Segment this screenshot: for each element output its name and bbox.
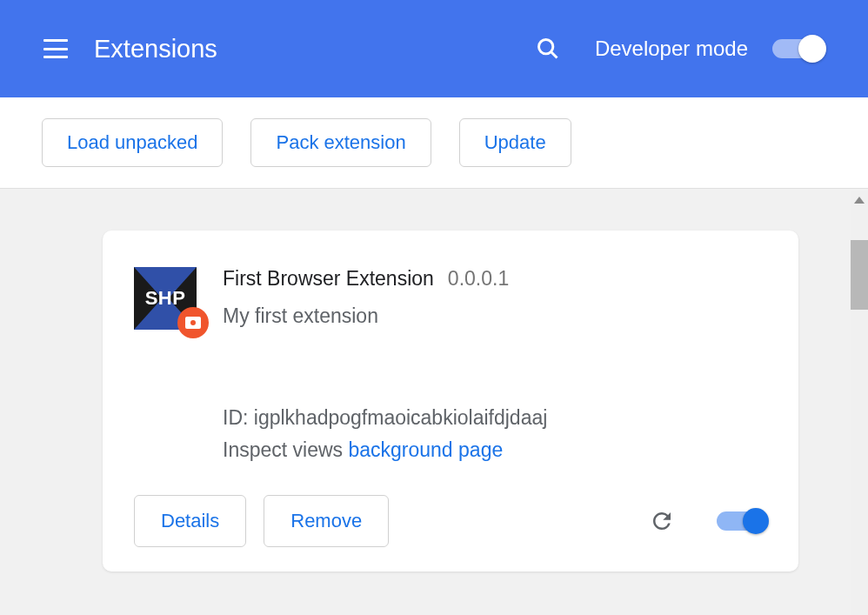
extension-id: ID: igplkhadpogfmaoicabkiolaifdjdaaj	[223, 406, 767, 430]
extension-description: My first extension	[223, 304, 767, 328]
svg-point-0	[538, 40, 552, 54]
scrollbar[interactable]	[851, 191, 868, 615]
extension-icon-text: SHP	[145, 287, 186, 310]
extensions-list: SHP First Browser Extension 0.0.0.1 My f…	[0, 189, 868, 615]
scroll-up-arrow-icon[interactable]	[854, 197, 865, 204]
svg-line-1	[551, 52, 557, 58]
load-unpacked-button[interactable]: Load unpacked	[42, 118, 223, 167]
search-icon[interactable]	[536, 37, 560, 61]
update-button[interactable]: Update	[459, 118, 571, 167]
extension-badge-icon	[177, 307, 209, 338]
extension-enable-toggle[interactable]	[717, 511, 767, 531]
extension-version: 0.0.0.1	[448, 267, 509, 291]
pack-extension-button[interactable]: Pack extension	[250, 118, 431, 167]
extension-name: First Browser Extension	[223, 267, 434, 291]
developer-toolbar: Load unpacked Pack extension Update	[0, 97, 868, 189]
app-header: Extensions Developer mode	[0, 0, 868, 97]
developer-mode-toggle[interactable]	[772, 39, 825, 58]
scroll-thumb[interactable]	[851, 240, 868, 310]
extension-icon: SHP	[134, 267, 197, 330]
reload-icon[interactable]	[649, 508, 675, 534]
developer-mode-toggle-container: Developer mode	[595, 37, 825, 61]
extension-card: SHP First Browser Extension 0.0.0.1 My f…	[103, 231, 798, 572]
page-title: Extensions	[94, 35, 536, 64]
details-button[interactable]: Details	[134, 495, 246, 547]
developer-mode-label: Developer mode	[595, 37, 748, 61]
extension-inspect-views: Inspect views background page	[223, 438, 767, 462]
remove-button[interactable]: Remove	[264, 495, 389, 547]
menu-icon[interactable]	[43, 39, 68, 58]
background-page-link[interactable]: background page	[348, 438, 503, 461]
